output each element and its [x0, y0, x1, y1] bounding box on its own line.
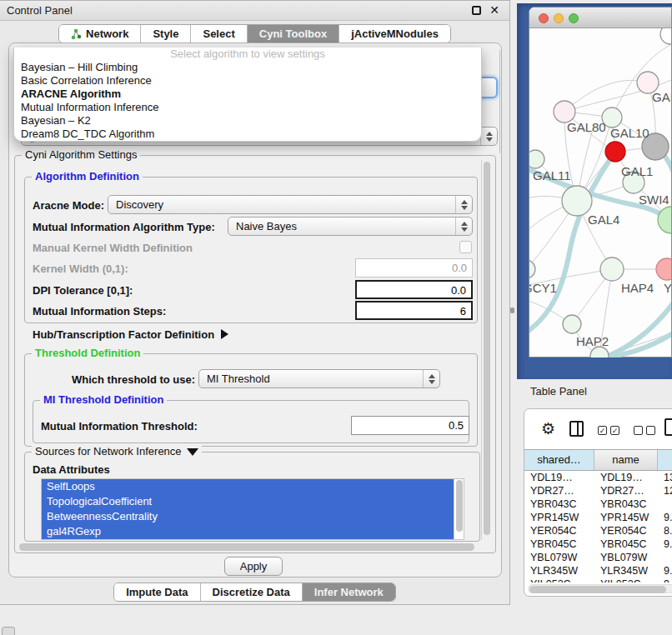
network-node: [529, 260, 535, 278]
table-row[interactable]: YER054CYER054C8.: [524, 524, 672, 538]
tab-network[interactable]: Network: [59, 25, 141, 42]
list-item[interactable]: TopologicalCoefficient: [42, 494, 464, 509]
aracne-mode-combo[interactable]: Discovery: [108, 195, 473, 214]
table-row[interactable]: YDR27…YDR27…12: [524, 484, 672, 498]
node-label: GAL11: [533, 168, 571, 182]
combo-arrows-icon: [455, 218, 472, 235]
network-canvas[interactable]: GAL GAL80 GAL10 GAL1 GAL11 SWI4 GAL4 GCY…: [529, 28, 671, 358]
tab-infer-network[interactable]: Infer Network: [303, 583, 395, 601]
apply-button[interactable]: Apply: [224, 557, 283, 576]
table-row[interactable]: YPR145WYPR145W9.: [524, 511, 672, 524]
node-label: GAL80: [567, 120, 606, 134]
list-item[interactable]: gal4RGexp: [42, 524, 464, 539]
table-header: shared… name: [524, 449, 672, 471]
settings-vertical-scrollbar[interactable]: [481, 160, 491, 540]
table-panel: ⚙ ✓ ✓ shared… name YDL19…YDL19…13 YDR27……: [524, 408, 672, 597]
zoom-traffic-light-icon[interactable]: [569, 13, 579, 23]
network-node: [529, 150, 544, 168]
table-row[interactable]: YBL079WYBL079W: [524, 551, 672, 564]
tab-cyni-toolbox[interactable]: Cyni Toolbox: [248, 25, 339, 42]
mi-threshold-label: Mutual Information Threshold:: [41, 420, 198, 432]
column-header-shared-name[interactable]: shared…: [524, 450, 594, 470]
algorithm-option[interactable]: Bayesian – Hill Climbing: [14, 61, 481, 74]
table-row[interactable]: YBR045CYBR045C9.: [524, 538, 672, 551]
document-icon[interactable]: [664, 418, 672, 436]
table-row[interactable]: YBR043CYBR043C: [524, 498, 672, 511]
mi-steps-label: Mutual Information Steps:: [33, 305, 166, 318]
minimize-traffic-light-icon[interactable]: [554, 13, 564, 23]
tab-impute-data[interactable]: Impute Data: [114, 583, 200, 601]
aracne-mode-label: Aracne Mode:: [33, 199, 104, 212]
which-threshold-label: Which threshold to use:: [72, 373, 195, 386]
algorithm-option[interactable]: Dream8 DC_TDC Algorithm: [14, 128, 481, 141]
node-label: HAP4: [621, 281, 654, 295]
network-node: [600, 258, 624, 281]
node-label: GAL: [652, 90, 671, 104]
table-horizontal-scrollbar[interactable]: [528, 584, 672, 593]
collapse-down-icon[interactable]: [187, 448, 198, 456]
unchecked-checkbox-icon[interactable]: [634, 426, 643, 435]
checked-checkbox-icon[interactable]: ✓: [610, 426, 619, 435]
group-title: Algorithm Definition: [32, 170, 143, 182]
split-columns-icon[interactable]: [569, 421, 584, 437]
float-window-icon[interactable]: [472, 6, 481, 15]
combo-arrows-icon: [455, 196, 472, 213]
gear-icon[interactable]: ⚙: [541, 419, 555, 438]
cyni-bottom-tabbar: Impute Data Discretize Data Infer Networ…: [113, 582, 396, 602]
panel-splitter-handle[interactable]: [510, 308, 514, 313]
tab-discretize-data[interactable]: Discretize Data: [201, 583, 303, 601]
table-row[interactable]: YLR345WYLR345W9.: [524, 564, 672, 578]
group-title: Cyni Algorithm Settings: [22, 148, 140, 161]
unchecked-checkbox-icon[interactable]: [646, 426, 655, 435]
node-label: GAL4: [588, 212, 619, 227]
tab-select[interactable]: Select: [191, 25, 247, 42]
algorithm-option-selected[interactable]: ARACNE Algorithm: [14, 88, 481, 101]
network-window-titlebar[interactable]: [529, 8, 671, 28]
algorithm-option[interactable]: Mutual Information Inference: [14, 101, 481, 114]
network-node: [605, 142, 625, 162]
list-item[interactable]: SelfLoops: [42, 479, 464, 494]
list-item[interactable]: BetweennessCentrality: [42, 509, 464, 524]
close-icon[interactable]: ✕: [489, 3, 499, 17]
network-node: [656, 258, 671, 280]
which-threshold-combo[interactable]: MI Threshold: [198, 369, 440, 388]
attributes-vertical-scrollbar[interactable]: [454, 479, 464, 539]
settings-horizontal-scrollbar[interactable]: [18, 542, 478, 552]
close-traffic-light-icon[interactable]: [539, 13, 549, 23]
combo-arrows-icon: [480, 128, 497, 145]
network-node: [563, 315, 581, 333]
node-label: Y: [664, 281, 671, 295]
checked-checkbox-icon[interactable]: ✓: [598, 426, 607, 435]
mi-algorithm-type-label: Mutual Information Algorithm Type:: [33, 221, 215, 233]
group-title: MI Threshold Definition: [40, 393, 167, 406]
tab-jactivemnodules[interactable]: jActiveMNodules: [339, 25, 450, 42]
column-header-partial[interactable]: [658, 450, 672, 470]
group-title: Threshold Definition: [32, 347, 143, 359]
algorithm-option-prompt[interactable]: Select algorithm to view settings: [14, 48, 481, 61]
dpi-tolerance-field[interactable]: 0.0: [355, 280, 473, 299]
network-node: [658, 207, 671, 233]
bottom-left-stub-button[interactable]: [2, 627, 15, 635]
mi-algorithm-type-combo[interactable]: Naive Bayes: [228, 217, 473, 236]
kernel-width-field[interactable]: 0.0: [355, 258, 473, 278]
manual-kernel-width-checkbox[interactable]: [459, 241, 472, 253]
expand-right-icon[interactable]: [221, 329, 228, 339]
table-panel-title: Table Panel: [530, 385, 587, 398]
control-panel-titlebar[interactable]: Control Panel: [0, 1, 509, 21]
hub-section-label[interactable]: Hub/Transcription Factor Definition: [33, 328, 228, 341]
node-label: GCY1: [529, 281, 557, 295]
table-row[interactable]: YDL19…YDL19…13: [524, 471, 672, 484]
network-view-window[interactable]: GAL GAL80 GAL10 GAL1 GAL11 SWI4 GAL4 GCY…: [529, 7, 672, 358]
algorithm-option[interactable]: Bayesian – K2: [14, 114, 481, 128]
network-icon: [71, 28, 82, 40]
sources-title[interactable]: Sources for Network Inference: [32, 445, 202, 458]
algorithm-option[interactable]: Basic Correlation Inference: [14, 74, 481, 88]
table-row[interactable]: YIL052CYIL052C9: [524, 578, 672, 582]
tab-style[interactable]: Style: [141, 25, 191, 42]
combo-arrows-icon: [423, 370, 439, 388]
mi-steps-field[interactable]: 6: [355, 301, 473, 320]
data-attributes-label: Data Attributes: [33, 463, 110, 476]
mi-threshold-field[interactable]: 0.5: [351, 416, 469, 435]
data-attributes-list[interactable]: SelfLoops TopologicalCoefficient Between…: [41, 478, 464, 540]
column-header-name[interactable]: name: [594, 450, 658, 470]
